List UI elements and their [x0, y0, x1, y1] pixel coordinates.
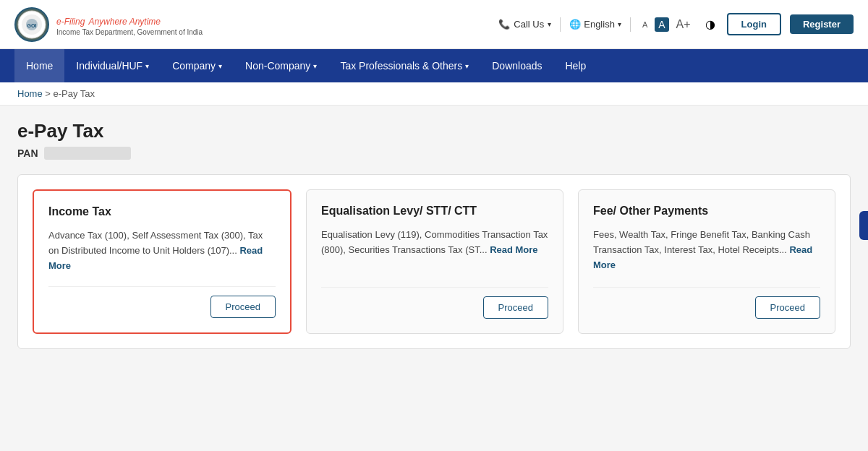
income-tax-card-description: Advance Tax (100), Self Assessment Tax (…	[48, 228, 276, 273]
nav-item-company[interactable]: Company ▾	[161, 49, 234, 82]
equalisation-levy-card-title: Equalisation Levy/ STT/ CTT	[321, 205, 548, 218]
breadcrumb-current: e-Pay Tax	[54, 88, 95, 99]
fee-other-card: Fee/ Other Payments Fees, Wealth Tax, Fr…	[578, 189, 835, 334]
fee-other-card-footer: Proceed	[593, 287, 820, 319]
main-content: e-Pay Tax PAN Income Tax Advance Tax (10…	[0, 106, 868, 448]
income-tax-proceed-button[interactable]: Proceed	[210, 296, 276, 318]
logo-subtitle: Income Tax Department, Government of Ind…	[56, 28, 203, 36]
nav-chevron-tax-professionals: ▾	[465, 62, 469, 70]
income-tax-card: Income Tax Advance Tax (100), Self Asses…	[33, 189, 292, 334]
phone-icon: 📞	[498, 19, 510, 30]
equalisation-levy-read-more-link[interactable]: Read More	[490, 244, 537, 255]
font-controls: A A A+	[639, 17, 694, 33]
logo-title: e-Filing Anywhere Anytime	[56, 13, 203, 28]
logo-area: GOI e-Filing Anywhere Anytime Income Tax…	[14, 7, 203, 42]
fee-other-proceed-button[interactable]: Proceed	[755, 296, 820, 319]
nav-chevron-company: ▾	[218, 62, 222, 70]
payment-card-container: Income Tax Advance Tax (100), Self Asses…	[17, 174, 851, 349]
bottom-bar: < Back	[0, 448, 868, 451]
pan-masked-value	[44, 147, 131, 160]
scroll-handle	[859, 211, 868, 240]
nav-chevron-individual: ▾	[145, 62, 149, 70]
globe-icon: 🌐	[569, 19, 581, 30]
government-emblem: GOI	[14, 7, 49, 42]
breadcrumb-separator: >	[45, 88, 53, 99]
income-tax-card-title: Income Tax	[48, 205, 276, 218]
nav-item-non-company[interactable]: Non-Company ▾	[234, 49, 328, 82]
equalisation-levy-card-description: Equalisation Levy (119), Commodities Tra…	[321, 228, 548, 258]
font-small-button[interactable]: A	[639, 19, 650, 30]
separator-2	[630, 17, 631, 32]
navigation-bar: Home Individual/HUF ▾ Company ▾ Non-Comp…	[0, 49, 868, 82]
equalisation-levy-card: Equalisation Levy/ STT/ CTT Equalisation…	[306, 189, 563, 334]
logo-text: e-Filing Anywhere Anytime Income Tax Dep…	[56, 13, 203, 36]
top-right-controls: 📞 Call Us ▾ 🌐 English ▾ A A A+ ◑ Login R…	[498, 13, 854, 35]
logo-tagline: Anywhere Anytime	[88, 17, 161, 27]
nav-item-home[interactable]: Home	[14, 49, 64, 82]
pan-display: PAN	[17, 147, 851, 160]
nav-item-downloads[interactable]: Downloads	[480, 49, 553, 82]
equalisation-levy-card-footer: Proceed	[321, 287, 548, 319]
call-us-chevron: ▾	[548, 20, 551, 28]
language-selector[interactable]: 🌐 English ▾	[569, 19, 621, 30]
login-button[interactable]: Login	[727, 13, 781, 35]
separator-1	[560, 17, 561, 32]
income-tax-card-footer: Proceed	[48, 286, 276, 318]
call-us-button[interactable]: 📞 Call Us ▾	[498, 19, 551, 30]
page-title: e-Pay Tax	[17, 120, 851, 142]
register-button[interactable]: Register	[790, 14, 854, 34]
svg-text:GOI: GOI	[27, 23, 37, 28]
nav-item-individual-huf[interactable]: Individual/HUF ▾	[64, 49, 161, 82]
font-large-button[interactable]: A+	[673, 17, 694, 33]
top-bar: GOI e-Filing Anywhere Anytime Income Tax…	[0, 0, 868, 49]
fee-other-card-description: Fees, Wealth Tax, Fringe Benefit Tax, Ba…	[593, 228, 820, 272]
breadcrumb-home-link[interactable]: Home	[17, 88, 43, 99]
nav-item-help[interactable]: Help	[554, 49, 598, 82]
breadcrumb: Home > e-Pay Tax	[0, 82, 868, 106]
font-medium-button[interactable]: A	[655, 17, 668, 32]
nav-item-tax-professionals[interactable]: Tax Professionals & Others ▾	[328, 49, 480, 82]
fee-other-card-title: Fee/ Other Payments	[593, 205, 820, 218]
lang-chevron: ▾	[618, 20, 621, 28]
equalisation-levy-proceed-button[interactable]: Proceed	[483, 296, 548, 319]
nav-chevron-non-company: ▾	[313, 62, 317, 70]
contrast-toggle-button[interactable]: ◑	[702, 16, 718, 33]
